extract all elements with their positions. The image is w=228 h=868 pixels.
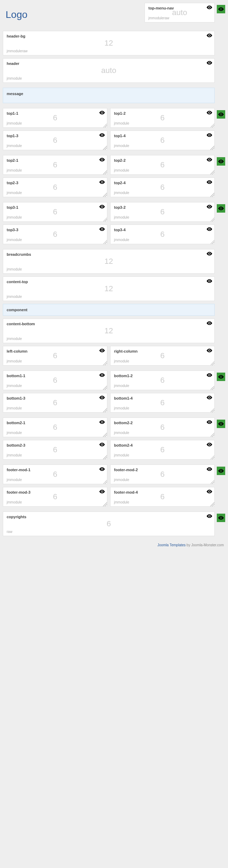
- position-bottom1-3[interactable]: bottom1-36jmmodule: [3, 393, 107, 413]
- position-right-column[interactable]: right-column 6 jmmodule: [110, 346, 215, 366]
- eye-icon[interactable]: [207, 467, 212, 471]
- eye-icon[interactable]: [99, 489, 105, 494]
- resize-handle[interactable]: [103, 480, 107, 484]
- eye-icon[interactable]: [207, 321, 212, 325]
- resize-handle[interactable]: [210, 455, 214, 459]
- resize-handle[interactable]: [210, 502, 214, 506]
- footer-credit-link[interactable]: Joomla Templates: [157, 543, 186, 547]
- position-top3-4[interactable]: top3-46jmmodule: [110, 225, 215, 244]
- eye-icon[interactable]: [99, 420, 105, 424]
- position-top1-2[interactable]: top1-26jmmodule: [110, 108, 215, 128]
- resize-handle[interactable]: [210, 386, 214, 390]
- eye-icon[interactable]: [99, 395, 105, 400]
- section-toggle-footer-mod[interactable]: [217, 467, 225, 475]
- section-toggle-top2[interactable]: [217, 157, 225, 166]
- eye-icon[interactable]: [99, 467, 105, 471]
- position-top2-3[interactable]: top2-36jmmodule: [3, 178, 107, 197]
- resize-handle[interactable]: [103, 361, 107, 365]
- resize-handle[interactable]: [103, 123, 107, 127]
- position-bottom2-4[interactable]: bottom2-46jmmodule: [110, 440, 215, 460]
- section-toggle-bottom2[interactable]: [217, 420, 225, 428]
- resize-handle[interactable]: [210, 433, 214, 437]
- resize-handle[interactable]: [103, 170, 107, 174]
- position-top2-2[interactable]: top2-26jmmodule: [110, 155, 215, 175]
- position-top3-3[interactable]: top3-36jmmodule: [3, 225, 107, 244]
- eye-icon[interactable]: [99, 227, 105, 231]
- resize-handle[interactable]: [210, 240, 214, 244]
- position-bottom2-1[interactable]: bottom2-16jmmodule: [3, 418, 107, 437]
- position-bottom2-2[interactable]: bottom2-26jmmodule: [110, 418, 215, 437]
- resize-handle[interactable]: [210, 217, 214, 221]
- eye-icon[interactable]: [99, 180, 105, 184]
- position-footer-mod-1[interactable]: footer-mod-16jmmodule: [3, 465, 107, 484]
- position-top-menu-nav[interactable]: top-menu-nav auto jmmoduleraw: [145, 3, 215, 22]
- resize-handle[interactable]: [210, 123, 214, 127]
- section-toggle-bottom1[interactable]: [217, 373, 225, 381]
- eye-icon[interactable]: [207, 180, 212, 184]
- eye-icon[interactable]: [99, 205, 105, 209]
- position-footer-mod-4[interactable]: footer-mod-46jmmodule: [110, 487, 215, 507]
- position-footer-mod-3[interactable]: footer-mod-36jmmodule: [3, 487, 107, 507]
- resize-handle[interactable]: [210, 193, 214, 197]
- resize-handle[interactable]: [103, 455, 107, 459]
- eye-icon[interactable]: [207, 111, 212, 115]
- eye-icon[interactable]: [207, 420, 212, 424]
- resize-handle[interactable]: [103, 433, 107, 437]
- position-bottom1-1[interactable]: bottom1-16jmmodule: [3, 370, 107, 390]
- resize-handle[interactable]: [210, 170, 214, 174]
- resize-handle[interactable]: [103, 146, 107, 150]
- position-bottom2-3[interactable]: bottom2-36jmmodule: [3, 440, 107, 460]
- eye-icon[interactable]: [99, 133, 105, 137]
- eye-icon[interactable]: [207, 395, 212, 400]
- eye-icon[interactable]: [207, 158, 212, 162]
- eye-icon[interactable]: [207, 279, 212, 283]
- position-top1-3[interactable]: top1-36jmmodule: [3, 131, 107, 150]
- position-left-column[interactable]: left-column 6 jmmodule: [3, 346, 107, 366]
- eye-icon[interactable]: [207, 5, 212, 9]
- position-copyrights[interactable]: copyrights 6 raw: [3, 512, 215, 536]
- eye-icon[interactable]: [207, 442, 212, 447]
- resize-handle[interactable]: [103, 386, 107, 390]
- resize-handle[interactable]: [210, 146, 214, 150]
- eye-icon[interactable]: [99, 348, 105, 353]
- resize-handle[interactable]: [210, 480, 214, 484]
- position-header-bg[interactable]: header-bg 12 jmmoduleraw: [3, 31, 215, 55]
- resize-handle[interactable]: [103, 408, 107, 412]
- eye-icon[interactable]: [99, 373, 105, 377]
- eye-icon[interactable]: [207, 373, 212, 377]
- eye-icon[interactable]: [207, 489, 212, 494]
- position-top3-2[interactable]: top3-26jmmodule: [110, 202, 215, 222]
- resize-handle[interactable]: [210, 408, 214, 412]
- eye-icon[interactable]: [207, 348, 212, 353]
- position-content-bottom[interactable]: content-bottom 12 jmmodule: [3, 319, 215, 343]
- position-top1-1[interactable]: top1-16jmmodule: [3, 108, 107, 128]
- position-top2-4[interactable]: top2-46jmmodule: [110, 178, 215, 197]
- position-header[interactable]: header auto jmmodule: [3, 58, 215, 83]
- resize-handle[interactable]: [103, 217, 107, 221]
- eye-icon[interactable]: [207, 252, 212, 256]
- position-bottom1-2[interactable]: bottom1-26jmmodule: [110, 370, 215, 390]
- eye-icon[interactable]: [207, 227, 212, 231]
- position-content-top[interactable]: content-top 12 jmmodule: [3, 276, 215, 301]
- eye-icon[interactable]: [99, 158, 105, 162]
- eye-icon[interactable]: [207, 33, 212, 38]
- eye-icon[interactable]: [207, 133, 212, 137]
- position-bottom1-4[interactable]: bottom1-46jmmodule: [110, 393, 215, 413]
- eye-icon[interactable]: [207, 514, 212, 518]
- position-top3-1[interactable]: top3-16jmmodule: [3, 202, 107, 222]
- resize-handle[interactable]: [210, 361, 214, 365]
- resize-handle[interactable]: [103, 502, 107, 506]
- eye-icon[interactable]: [207, 61, 212, 65]
- resize-handle[interactable]: [103, 193, 107, 197]
- section-toggle-header[interactable]: [217, 5, 225, 13]
- section-toggle-top1[interactable]: [217, 110, 225, 119]
- section-toggle-top3[interactable]: [217, 204, 225, 213]
- position-breadcrumbs[interactable]: breadcrumbs 12 jmmodule: [3, 249, 215, 274]
- eye-icon[interactable]: [99, 111, 105, 115]
- eye-icon[interactable]: [207, 205, 212, 209]
- position-top1-4[interactable]: top1-46jmmodule: [110, 131, 215, 150]
- section-toggle-copyrights[interactable]: [217, 514, 225, 522]
- position-footer-mod-2[interactable]: footer-mod-26jmmodule: [110, 465, 215, 484]
- resize-handle[interactable]: [103, 240, 107, 244]
- eye-icon[interactable]: [99, 442, 105, 447]
